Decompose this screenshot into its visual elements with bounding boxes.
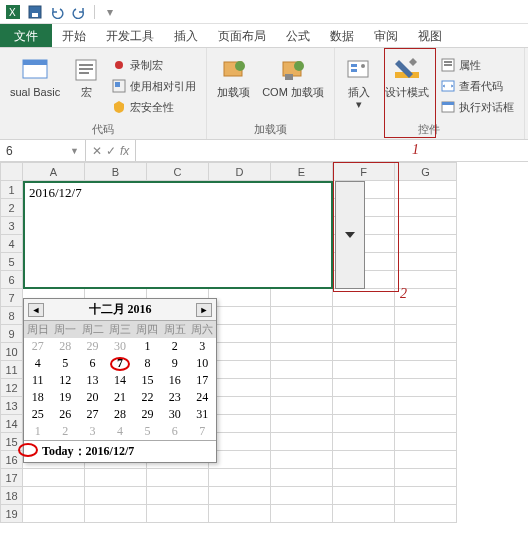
cell[interactable] xyxy=(23,487,85,505)
cell[interactable] xyxy=(209,415,271,433)
cancel-icon[interactable]: ✕ xyxy=(92,144,102,158)
cal-day[interactable]: 31 xyxy=(189,406,216,423)
cal-prev-button[interactable]: ◄ xyxy=(28,303,44,317)
cell[interactable] xyxy=(271,307,333,325)
addins-button[interactable]: 加载项 xyxy=(213,52,254,120)
row-header[interactable]: 8 xyxy=(1,307,23,325)
view-code-button[interactable]: 查看代码 xyxy=(437,77,518,96)
customize-qat-icon[interactable]: ▾ xyxy=(103,5,117,19)
cell[interactable] xyxy=(23,505,85,523)
cell[interactable] xyxy=(271,361,333,379)
cal-day[interactable]: 17 xyxy=(189,372,216,389)
com-addins-button[interactable]: COM 加载项 xyxy=(258,52,328,120)
row-header[interactable]: 19 xyxy=(1,505,23,523)
row-header[interactable]: 12 xyxy=(1,379,23,397)
cell[interactable] xyxy=(209,451,271,469)
cell[interactable] xyxy=(395,361,457,379)
enter-icon[interactable]: ✓ xyxy=(106,144,116,158)
cal-day[interactable]: 9 xyxy=(161,355,188,372)
cell[interactable] xyxy=(395,325,457,343)
cal-day[interactable]: 21 xyxy=(106,389,133,406)
cell[interactable] xyxy=(395,235,457,253)
cell[interactable] xyxy=(271,325,333,343)
tab-file[interactable]: 文件 xyxy=(0,24,52,47)
run-dialog-button[interactable]: 执行对话框 xyxy=(437,98,518,117)
cell[interactable] xyxy=(395,199,457,217)
cal-day[interactable]: 11 xyxy=(24,372,51,389)
insert-control-button[interactable]: 插入▾ xyxy=(341,52,377,120)
cell[interactable] xyxy=(395,433,457,451)
cal-day[interactable]: 23 xyxy=(161,389,188,406)
cell[interactable] xyxy=(333,361,395,379)
cell[interactable] xyxy=(333,469,395,487)
cell[interactable] xyxy=(209,397,271,415)
redo-icon[interactable] xyxy=(72,5,86,19)
cal-day[interactable]: 8 xyxy=(134,355,161,372)
cell[interactable] xyxy=(395,487,457,505)
cal-day[interactable]: 28 xyxy=(106,406,133,423)
design-mode-button[interactable]: 设计模式 xyxy=(381,52,433,120)
undo-icon[interactable] xyxy=(50,5,64,19)
cal-day[interactable]: 5 xyxy=(51,355,78,372)
row-header[interactable]: 3 xyxy=(1,217,23,235)
save-icon[interactable] xyxy=(28,5,42,19)
cal-day[interactable]: 3 xyxy=(79,423,106,440)
cell[interactable] xyxy=(333,451,395,469)
col-header[interactable]: C xyxy=(147,163,209,181)
cell[interactable] xyxy=(271,433,333,451)
row-header[interactable]: 2 xyxy=(1,199,23,217)
cal-day[interactable]: 2 xyxy=(161,338,188,355)
cell[interactable] xyxy=(395,217,457,235)
cell[interactable] xyxy=(147,487,209,505)
cell[interactable] xyxy=(333,325,395,343)
formula-input[interactable] xyxy=(136,140,528,161)
cell[interactable] xyxy=(271,397,333,415)
cal-day[interactable]: 18 xyxy=(24,389,51,406)
cell[interactable] xyxy=(271,343,333,361)
cal-today-row[interactable]: Today：2016/12/7 xyxy=(24,440,216,462)
cell[interactable] xyxy=(209,433,271,451)
cal-day[interactable]: 6 xyxy=(161,423,188,440)
cell[interactable] xyxy=(333,415,395,433)
row-header[interactable]: 6 xyxy=(1,271,23,289)
cell[interactable] xyxy=(209,307,271,325)
tab-developer[interactable]: 开发工具 xyxy=(96,24,164,47)
cell[interactable] xyxy=(147,469,209,487)
col-header[interactable]: G xyxy=(395,163,457,181)
cal-day[interactable]: 19 xyxy=(51,389,78,406)
cal-day[interactable]: 7 xyxy=(189,423,216,440)
cell[interactable] xyxy=(271,487,333,505)
cell[interactable] xyxy=(85,487,147,505)
cal-day[interactable]: 27 xyxy=(79,406,106,423)
cell[interactable] xyxy=(271,289,333,307)
cal-day[interactable]: 26 xyxy=(51,406,78,423)
col-header[interactable]: E xyxy=(271,163,333,181)
dropdown-control[interactable] xyxy=(335,181,365,289)
cal-day[interactable]: 13 xyxy=(79,372,106,389)
cal-day[interactable]: 15 xyxy=(134,372,161,389)
cell[interactable] xyxy=(209,469,271,487)
cell[interactable] xyxy=(271,415,333,433)
cell[interactable] xyxy=(395,415,457,433)
cal-day[interactable]: 30 xyxy=(106,338,133,355)
row-header[interactable]: 11 xyxy=(1,361,23,379)
cal-day[interactable]: 4 xyxy=(106,423,133,440)
cal-next-button[interactable]: ► xyxy=(196,303,212,317)
cell[interactable] xyxy=(395,379,457,397)
cell[interactable] xyxy=(209,325,271,343)
cal-day[interactable]: 24 xyxy=(189,389,216,406)
row-header[interactable]: 7 xyxy=(1,289,23,307)
col-header[interactable]: A xyxy=(23,163,85,181)
col-header[interactable]: B xyxy=(85,163,147,181)
tab-data[interactable]: 数据 xyxy=(320,24,364,47)
cal-day[interactable]: 29 xyxy=(79,338,106,355)
cell[interactable] xyxy=(85,469,147,487)
row-header[interactable]: 1 xyxy=(1,181,23,199)
visual-basic-button[interactable]: sual Basic xyxy=(6,52,64,120)
tab-insert[interactable]: 插入 xyxy=(164,24,208,47)
tab-pagelayout[interactable]: 页面布局 xyxy=(208,24,276,47)
row-header[interactable]: 18 xyxy=(1,487,23,505)
cell[interactable] xyxy=(395,181,457,199)
cal-day[interactable]: 5 xyxy=(134,423,161,440)
tab-view[interactable]: 视图 xyxy=(408,24,452,47)
